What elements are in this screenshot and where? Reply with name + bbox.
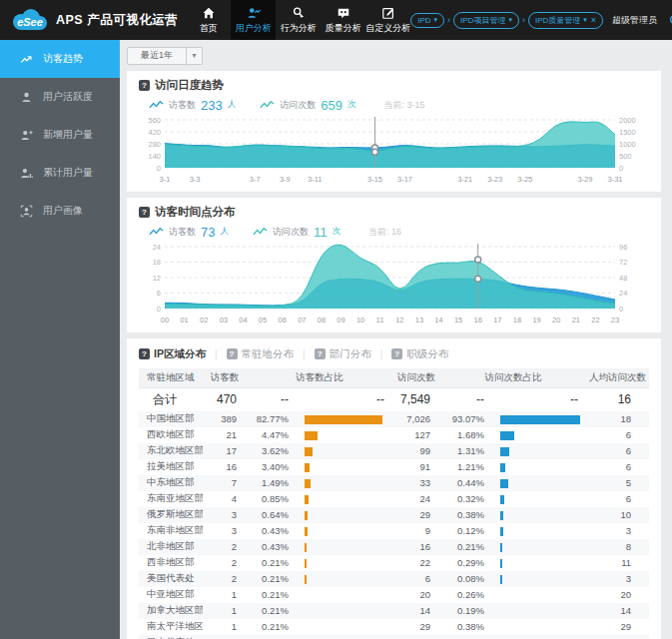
table-row[interactable]: 加拿大地区部10.21%140.19%14	[139, 603, 649, 619]
col-visits[interactable]: 访问次数	[392, 368, 440, 388]
cell-visitors[interactable]: 2	[203, 555, 247, 571]
table-row[interactable]: 俄罗斯地区部30.64%290.38%10	[139, 507, 649, 523]
chevron-down-icon[interactable]: ▾	[434, 16, 438, 24]
hourly-distribution-card: ? 访客时间点分布 访客数 73 人 访问次数 11 次 当前: 16 0612…	[127, 198, 661, 332]
cell-visitors[interactable]: 2	[203, 539, 247, 555]
cell-visitors[interactable]: 1	[203, 619, 247, 635]
tab-职级分布[interactable]: ?职级分布	[391, 347, 448, 361]
cell-visitors[interactable]: 7	[203, 475, 247, 491]
cell-visitors[interactable]: 1	[203, 635, 247, 639]
cell-visitors-bar	[295, 443, 392, 459]
cell-visits[interactable]: 7,026	[392, 411, 440, 427]
table-row[interactable]: 中东地区部71.49%330.44%5	[139, 475, 649, 491]
cell-visitors[interactable]: 4	[203, 491, 247, 507]
tab-常驻地分布[interactable]: ?常驻地分布	[227, 347, 295, 361]
hourly-chart[interactable]: 0612182402448729600010203040506070809101…	[139, 241, 649, 328]
chevron-down-icon[interactable]: ▾	[508, 16, 512, 24]
cell-visitors[interactable]: 1	[203, 587, 247, 603]
nav-item-user-analysis[interactable]: 用户分析	[231, 0, 276, 40]
table-row[interactable]: 日本代表处10.21%40.05%4	[139, 635, 649, 639]
help-icon[interactable]: ?	[139, 80, 150, 91]
tab-部门分布[interactable]: ?部门分布	[315, 347, 371, 361]
chevron-down-icon[interactable]: ▾	[583, 16, 587, 24]
table-row[interactable]: 西欧地区部214.47%1271.68%6	[139, 427, 649, 443]
sidebar-item-user-activity[interactable]: 用户活跃度	[0, 78, 120, 116]
cell-visits[interactable]: 99	[392, 443, 440, 459]
col-region[interactable]: 常驻地区域	[139, 368, 203, 388]
svg-text:3-25: 3-25	[517, 175, 532, 184]
chevron-down-icon[interactable]: ▼	[186, 48, 202, 64]
cell-visitors[interactable]: 2	[203, 571, 247, 587]
cell-visits[interactable]: 6	[392, 571, 440, 587]
cell-visits[interactable]: 24	[392, 491, 440, 507]
table-row[interactable]: 北非地区部20.43%160.21%8	[139, 539, 649, 555]
cell-visits-pct: 1.31%	[440, 443, 490, 459]
cell-visits[interactable]: 14	[392, 603, 440, 619]
cell-visits-bar	[490, 587, 586, 603]
sidebar-item-visitor-trend[interactable]: 访客趋势	[0, 40, 120, 78]
col-per-capita[interactable]: 人均访问次数	[586, 368, 649, 388]
cell-visitors[interactable]: 21	[203, 427, 247, 443]
cell-visits[interactable]: 127	[392, 427, 440, 443]
table-row[interactable]: 中亚地区部10.21%200.26%20	[139, 587, 649, 603]
legend-visits[interactable]: 访问次数 659 次	[260, 98, 355, 113]
cell-per-capita: 29	[586, 619, 649, 635]
cell-visits[interactable]: 91	[392, 459, 440, 475]
visitors-pct-bar	[305, 543, 307, 552]
visits-pct-bar	[500, 463, 505, 472]
breadcrumb-pill[interactable]: IPD质量管理▾×	[528, 12, 603, 29]
svg-text:48: 48	[619, 273, 627, 282]
table-row[interactable]: 东南非地区部30.43%90.12%3	[139, 523, 649, 539]
cell-visits[interactable]: 29	[392, 619, 440, 635]
cell-visits[interactable]: 9	[392, 523, 440, 539]
cell-visits[interactable]: 4	[392, 635, 440, 639]
table-row[interactable]: 东北欧地区部173.62%991.31%6	[139, 443, 649, 459]
nav-item-home[interactable]: 首页	[186, 0, 231, 40]
cell-visits[interactable]: 22	[392, 555, 440, 571]
tab-IP区域分布[interactable]: ?IP区域分布	[139, 347, 206, 361]
svg-text:3-23: 3-23	[487, 175, 502, 184]
close-icon[interactable]: ×	[591, 15, 596, 25]
cell-visitors[interactable]: 17	[203, 443, 247, 459]
table-row[interactable]: 美国代表处20.21%60.08%3	[139, 571, 649, 587]
cell-visitors[interactable]: 3	[203, 507, 247, 523]
search-icon[interactable]	[668, 13, 672, 28]
legend-visits[interactable]: 访问次数 11 次	[253, 225, 340, 240]
cell-visitors-pct: 0.85%	[247, 491, 295, 507]
nav-item-custom-analysis[interactable]: 自定义分析	[365, 0, 410, 40]
legend-unit: 人	[228, 99, 237, 111]
table-row[interactable]: 西非地区部20.21%220.29%11	[139, 555, 649, 571]
cell-visits[interactable]: 16	[392, 539, 440, 555]
esee-logo[interactable]: eSee	[8, 7, 50, 33]
help-icon[interactable]: ?	[139, 207, 150, 218]
cell-visits[interactable]: 20	[392, 587, 440, 603]
admin-user-label[interactable]: 超级管理员	[612, 14, 657, 27]
table-row[interactable]: 中国地区部38982.77%7,02693.07%18	[139, 411, 649, 427]
cell-visitors[interactable]: 1	[203, 603, 247, 619]
table-row[interactable]: 南太平洋地区部10.21%290.38%29	[139, 619, 649, 635]
svg-text:0: 0	[619, 163, 623, 172]
cell-region: 东南亚地区部	[139, 491, 203, 507]
cell-visitors[interactable]: 389	[203, 411, 247, 427]
col-visitors-pct[interactable]: 访客数占比	[247, 368, 392, 388]
sidebar-item-total-users[interactable]: 累计用户量	[0, 154, 120, 192]
cell-visitors[interactable]: 3	[203, 523, 247, 539]
table-row[interactable]: 东南亚地区部40.85%240.32%6	[139, 491, 649, 507]
sidebar-item-user-portrait[interactable]: 用户画像	[0, 192, 120, 230]
date-range-select[interactable]: 最近1年 ▼	[127, 47, 203, 65]
breadcrumb-pill[interactable]: IPD▾	[410, 13, 444, 28]
breadcrumb-pill[interactable]: IPD项目管理▾	[453, 12, 519, 29]
col-visitors[interactable]: 访客数	[203, 368, 247, 388]
legend-visitors[interactable]: 访客数 233 人	[149, 98, 236, 113]
sidebar-item-new-users[interactable]: 新增用户量	[0, 116, 120, 154]
nav-item-behavior-analysis[interactable]: 行为分析	[276, 0, 321, 40]
cell-visits[interactable]: 33	[392, 475, 440, 491]
legend-visitors[interactable]: 访客数 73 人	[149, 225, 229, 240]
col-visits-pct[interactable]: 访问次数占比	[440, 368, 586, 388]
table-row[interactable]: 拉美地区部163.40%911.21%6	[139, 459, 649, 475]
cell-visits-bar	[490, 443, 586, 459]
daily-trend-chart[interactable]: 014028042056005001000150020003-13-33-73-…	[139, 114, 649, 188]
nav-item-quality-analysis[interactable]: 质量分析	[321, 0, 365, 40]
cell-visitors[interactable]: 16	[203, 459, 247, 475]
cell-visits[interactable]: 29	[392, 507, 440, 523]
